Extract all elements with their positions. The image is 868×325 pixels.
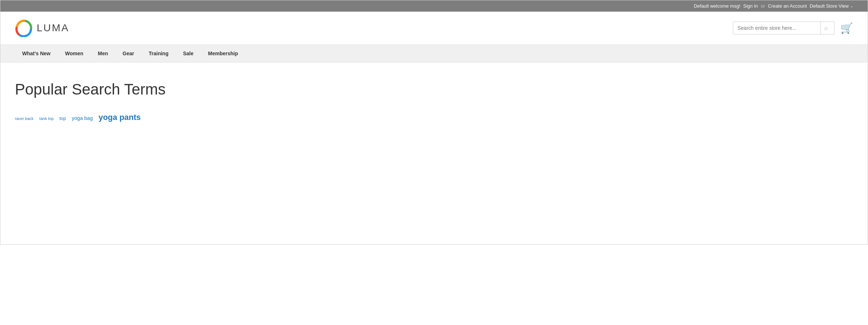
search-term-top[interactable]: top [60,116,66,121]
nav-item-whats-new[interactable]: What's New [15,45,58,62]
svg-point-1 [20,24,28,32]
nav-item-sale[interactable]: Sale [176,45,201,62]
search-terms-list: racer back tank top top yoga bag yoga pa… [15,113,853,122]
main-nav: What's New Women Men Gear Training Sale … [0,45,868,63]
top-bar: Default welcome msg! Sign In or Create a… [0,0,868,12]
main-content: Popular Search Terms racer back tank top… [0,63,868,244]
signin-link[interactable]: Sign In [743,3,758,9]
nav-item-training[interactable]: Training [141,45,175,62]
logo-text: LUMA [37,22,69,34]
chevron-down-icon: ⌄ [850,4,853,8]
store-view-dropdown[interactable]: Default Store View ⌄ [810,3,853,9]
welcome-message: Default welcome msg! [694,3,740,9]
search-term-racer-back[interactable]: racer back [15,116,33,121]
search-icon: ⌕ [824,25,828,31]
page-title: Popular Search Terms [15,81,853,98]
nav-item-men[interactable]: Men [90,45,115,62]
logo-icon [15,19,33,37]
nav-item-women[interactable]: Women [58,45,90,62]
search-term-tank-top[interactable]: tank top [39,116,53,121]
create-account-link[interactable]: Create an Account [768,3,807,9]
search-term-yoga-bag[interactable]: yoga bag [72,115,93,121]
cart-icon[interactable]: 🛒 [840,22,853,34]
search-input[interactable] [733,22,820,34]
header-right: ⌕ 🛒 [733,21,853,35]
search-term-yoga-pants[interactable]: yoga pants [98,113,141,122]
or-separator: or [761,3,765,9]
nav-item-gear[interactable]: Gear [115,45,141,62]
search-button[interactable]: ⌕ [820,22,832,34]
search-bar: ⌕ [733,21,835,35]
logo-link[interactable]: LUMA [15,19,69,37]
site-header: LUMA ⌕ 🛒 [0,12,868,45]
nav-item-membership[interactable]: Membership [201,45,245,62]
store-view-label: Default Store View [810,3,849,9]
